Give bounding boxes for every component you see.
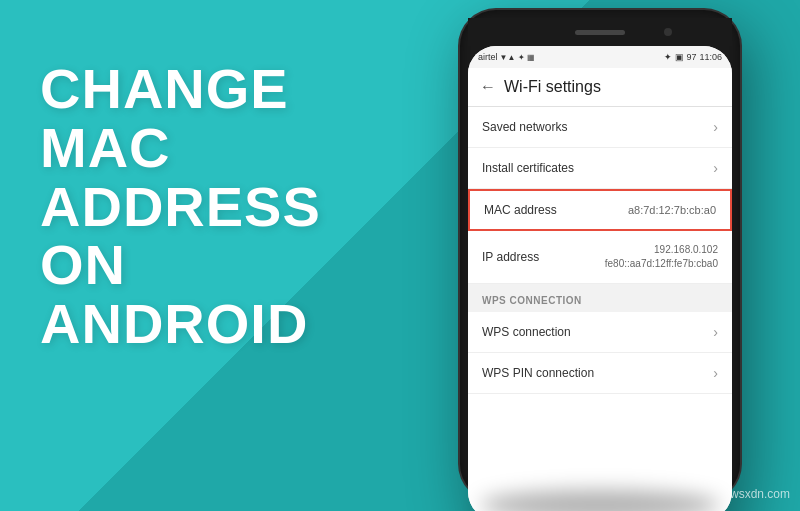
title-line1: CHANGE MAC [40, 57, 289, 179]
phone-top-bar [468, 18, 732, 46]
battery-icon: ▣ 97 [675, 52, 697, 62]
ip-v6: fe80::aa7d:12ff:fe7b:cba0 [605, 257, 718, 271]
saved-networks-label: Saved networks [482, 120, 567, 134]
title-area: CHANGE MAC ADDRESS ON ANDROID [40, 60, 380, 354]
mac-address-label: MAC address [484, 203, 557, 217]
phone-speaker [575, 30, 625, 35]
phone: airtel ▼▲ ✦ ▦ ✦ ▣ 97 11:06 ← Wi-Fi setti… [460, 10, 740, 500]
install-certificates-label: Install certificates [482, 161, 574, 175]
saved-networks-chevron-icon: › [713, 119, 718, 135]
mac-address-value: a8:7d:12:7b:cb:a0 [628, 204, 716, 216]
phone-screen: airtel ▼▲ ✦ ▦ ✦ ▣ 97 11:06 ← Wi-Fi setti… [468, 46, 732, 511]
watermark: wsxdn.com [730, 487, 790, 501]
install-certificates-item[interactable]: Install certificates › [468, 148, 732, 189]
wps-connection-label: WPS connection [482, 325, 571, 339]
wifi-header: ← Wi-Fi settings [468, 68, 732, 107]
phone-camera [664, 28, 672, 36]
ip-address-value: 192.168.0.102 fe80::aa7d:12ff:fe7b:cba0 [605, 243, 718, 271]
ip-address-item[interactable]: IP address 192.168.0.102 fe80::aa7d:12ff… [468, 231, 732, 284]
carrier-text: airtel [478, 52, 498, 62]
wps-pin-connection-label: WPS PIN connection [482, 366, 594, 380]
wps-connection-chevron-icon: › [713, 324, 718, 340]
wps-pin-connection-chevron-icon: › [713, 365, 718, 381]
ip-v4: 192.168.0.102 [605, 243, 718, 257]
phone-wrapper: airtel ▼▲ ✦ ▦ ✦ ▣ 97 11:06 ← Wi-Fi setti… [460, 10, 740, 500]
bluetooth-icon: ✦ [664, 52, 672, 62]
status-bar: airtel ▼▲ ✦ ▦ ✦ ▣ 97 11:06 [468, 46, 732, 68]
mac-address-item[interactable]: MAC address a8:7d:12:7b:cb:a0 [468, 189, 732, 231]
saved-networks-item[interactable]: Saved networks › [468, 107, 732, 148]
settings-list: Saved networks › Install certificates › … [468, 107, 732, 511]
back-arrow-icon[interactable]: ← [480, 78, 496, 96]
time-display: 11:06 [699, 52, 722, 62]
ip-address-label: IP address [482, 250, 539, 264]
wps-connection-item[interactable]: WPS connection › [468, 312, 732, 353]
wps-pin-connection-item[interactable]: WPS PIN connection › [468, 353, 732, 394]
signal-icons: ▼▲ ✦ ▦ [500, 53, 535, 62]
wifi-settings-title: Wi-Fi settings [504, 78, 601, 96]
install-certificates-chevron-icon: › [713, 160, 718, 176]
wps-section-header: WPS CONNECTION [468, 284, 732, 312]
wps-section-title: WPS CONNECTION [482, 295, 582, 306]
status-left: airtel ▼▲ ✦ ▦ [478, 52, 535, 62]
status-right: ✦ ▣ 97 11:06 [664, 52, 722, 62]
title-text: CHANGE MAC ADDRESS ON ANDROID [40, 60, 380, 354]
title-line2: ADDRESS ON [40, 175, 321, 297]
title-line3: ANDROID [40, 292, 308, 355]
